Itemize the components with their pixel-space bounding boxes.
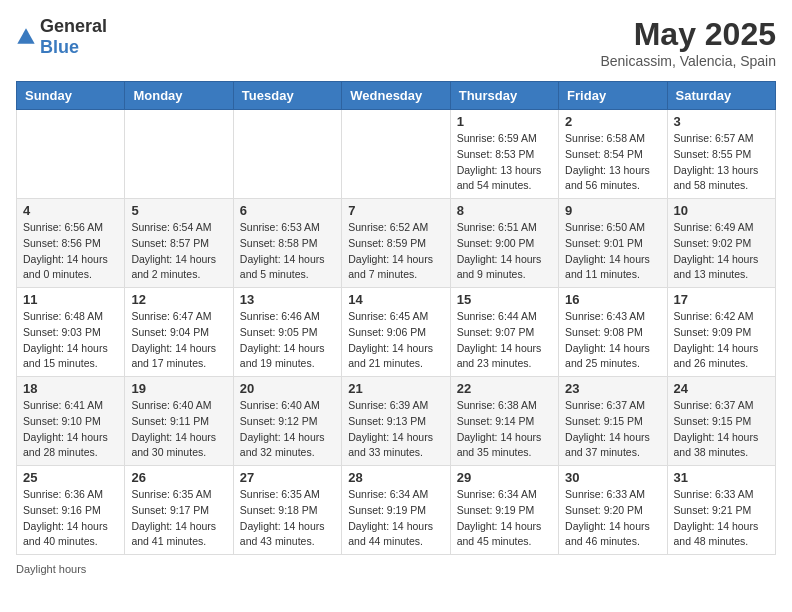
day-info: Sunrise: 6:45 AMSunset: 9:06 PMDaylight:… <box>348 309 443 372</box>
daylight-label: Daylight: 14 hours and 9 minutes. <box>457 253 542 281</box>
calendar-cell: 30Sunrise: 6:33 AMSunset: 9:20 PMDayligh… <box>559 466 667 555</box>
calendar-day-header: Thursday <box>450 82 558 110</box>
daylight-label: Daylight: 14 hours and 44 minutes. <box>348 520 433 548</box>
sunset-label: Sunset: 8:59 PM <box>348 237 426 249</box>
calendar-cell: 16Sunrise: 6:43 AMSunset: 9:08 PMDayligh… <box>559 288 667 377</box>
day-number: 3 <box>674 114 769 129</box>
sunset-label: Sunset: 9:13 PM <box>348 415 426 427</box>
daylight-label: Daylight: 14 hours and 17 minutes. <box>131 342 216 370</box>
calendar-cell: 13Sunrise: 6:46 AMSunset: 9:05 PMDayligh… <box>233 288 341 377</box>
daylight-label: Daylight: 14 hours and 2 minutes. <box>131 253 216 281</box>
sunrise-label: Sunrise: 6:36 AM <box>23 488 103 500</box>
day-number: 24 <box>674 381 769 396</box>
sunrise-label: Sunrise: 6:51 AM <box>457 221 537 233</box>
calendar-cell: 14Sunrise: 6:45 AMSunset: 9:06 PMDayligh… <box>342 288 450 377</box>
calendar-cell: 28Sunrise: 6:34 AMSunset: 9:19 PMDayligh… <box>342 466 450 555</box>
day-number: 22 <box>457 381 552 396</box>
daylight-label: Daylight: 14 hours and 26 minutes. <box>674 342 759 370</box>
day-info: Sunrise: 6:37 AMSunset: 9:15 PMDaylight:… <box>565 398 660 461</box>
calendar-cell: 31Sunrise: 6:33 AMSunset: 9:21 PMDayligh… <box>667 466 775 555</box>
day-info: Sunrise: 6:33 AMSunset: 9:21 PMDaylight:… <box>674 487 769 550</box>
day-info: Sunrise: 6:41 AMSunset: 9:10 PMDaylight:… <box>23 398 118 461</box>
calendar-cell: 12Sunrise: 6:47 AMSunset: 9:04 PMDayligh… <box>125 288 233 377</box>
calendar-week-row: 1Sunrise: 6:59 AMSunset: 8:53 PMDaylight… <box>17 110 776 199</box>
sunset-label: Sunset: 9:10 PM <box>23 415 101 427</box>
day-number: 20 <box>240 381 335 396</box>
daylight-label: Daylight: 14 hours and 5 minutes. <box>240 253 325 281</box>
sunset-label: Sunset: 9:15 PM <box>674 415 752 427</box>
sunrise-label: Sunrise: 6:58 AM <box>565 132 645 144</box>
daylight-label: Daylight: 14 hours and 43 minutes. <box>240 520 325 548</box>
calendar-cell: 6Sunrise: 6:53 AMSunset: 8:58 PMDaylight… <box>233 199 341 288</box>
daylight-label: Daylight: 14 hours and 48 minutes. <box>674 520 759 548</box>
day-number: 30 <box>565 470 660 485</box>
calendar-cell <box>342 110 450 199</box>
day-number: 8 <box>457 203 552 218</box>
calendar-week-row: 11Sunrise: 6:48 AMSunset: 9:03 PMDayligh… <box>17 288 776 377</box>
daylight-label: Daylight: 14 hours and 11 minutes. <box>565 253 650 281</box>
calendar-week-row: 4Sunrise: 6:56 AMSunset: 8:56 PMDaylight… <box>17 199 776 288</box>
day-info: Sunrise: 6:53 AMSunset: 8:58 PMDaylight:… <box>240 220 335 283</box>
calendar-cell: 18Sunrise: 6:41 AMSunset: 9:10 PMDayligh… <box>17 377 125 466</box>
day-number: 5 <box>131 203 226 218</box>
day-info: Sunrise: 6:54 AMSunset: 8:57 PMDaylight:… <box>131 220 226 283</box>
sunset-label: Sunset: 9:19 PM <box>348 504 426 516</box>
sunrise-label: Sunrise: 6:49 AM <box>674 221 754 233</box>
day-number: 13 <box>240 292 335 307</box>
daylight-label: Daylight: 14 hours and 28 minutes. <box>23 431 108 459</box>
day-number: 14 <box>348 292 443 307</box>
sunrise-label: Sunrise: 6:38 AM <box>457 399 537 411</box>
calendar-week-row: 18Sunrise: 6:41 AMSunset: 9:10 PMDayligh… <box>17 377 776 466</box>
day-number: 7 <box>348 203 443 218</box>
calendar-cell: 7Sunrise: 6:52 AMSunset: 8:59 PMDaylight… <box>342 199 450 288</box>
calendar-day-header: Saturday <box>667 82 775 110</box>
day-number: 16 <box>565 292 660 307</box>
calendar-cell: 29Sunrise: 6:34 AMSunset: 9:19 PMDayligh… <box>450 466 558 555</box>
daylight-label: Daylight: 14 hours and 13 minutes. <box>674 253 759 281</box>
day-number: 26 <box>131 470 226 485</box>
day-number: 21 <box>348 381 443 396</box>
day-info: Sunrise: 6:52 AMSunset: 8:59 PMDaylight:… <box>348 220 443 283</box>
day-info: Sunrise: 6:48 AMSunset: 9:03 PMDaylight:… <box>23 309 118 372</box>
sunset-label: Sunset: 9:09 PM <box>674 326 752 338</box>
calendar-cell: 9Sunrise: 6:50 AMSunset: 9:01 PMDaylight… <box>559 199 667 288</box>
daylight-label: Daylight: 14 hours and 35 minutes. <box>457 431 542 459</box>
sunrise-label: Sunrise: 6:41 AM <box>23 399 103 411</box>
day-info: Sunrise: 6:34 AMSunset: 9:19 PMDaylight:… <box>348 487 443 550</box>
sunrise-label: Sunrise: 6:44 AM <box>457 310 537 322</box>
sunrise-label: Sunrise: 6:43 AM <box>565 310 645 322</box>
day-info: Sunrise: 6:35 AMSunset: 9:18 PMDaylight:… <box>240 487 335 550</box>
footer-note: Daylight hours <box>16 563 776 575</box>
sunset-label: Sunset: 8:55 PM <box>674 148 752 160</box>
day-info: Sunrise: 6:47 AMSunset: 9:04 PMDaylight:… <box>131 309 226 372</box>
sunset-label: Sunset: 9:15 PM <box>565 415 643 427</box>
daylight-label: Daylight: 14 hours and 33 minutes. <box>348 431 433 459</box>
logo-blue: Blue <box>40 37 79 57</box>
calendar-cell: 1Sunrise: 6:59 AMSunset: 8:53 PMDaylight… <box>450 110 558 199</box>
day-number: 1 <box>457 114 552 129</box>
calendar-cell: 8Sunrise: 6:51 AMSunset: 9:00 PMDaylight… <box>450 199 558 288</box>
sunrise-label: Sunrise: 6:52 AM <box>348 221 428 233</box>
sunset-label: Sunset: 9:07 PM <box>457 326 535 338</box>
sunrise-label: Sunrise: 6:59 AM <box>457 132 537 144</box>
day-info: Sunrise: 6:50 AMSunset: 9:01 PMDaylight:… <box>565 220 660 283</box>
day-number: 29 <box>457 470 552 485</box>
sunset-label: Sunset: 9:16 PM <box>23 504 101 516</box>
sunset-label: Sunset: 9:04 PM <box>131 326 209 338</box>
calendar-header-row: SundayMondayTuesdayWednesdayThursdayFrid… <box>17 82 776 110</box>
sunset-label: Sunset: 9:00 PM <box>457 237 535 249</box>
sunset-label: Sunset: 8:54 PM <box>565 148 643 160</box>
day-number: 4 <box>23 203 118 218</box>
day-number: 10 <box>674 203 769 218</box>
day-info: Sunrise: 6:36 AMSunset: 9:16 PMDaylight:… <box>23 487 118 550</box>
sunrise-label: Sunrise: 6:37 AM <box>565 399 645 411</box>
day-number: 6 <box>240 203 335 218</box>
sunrise-label: Sunrise: 6:33 AM <box>565 488 645 500</box>
day-number: 9 <box>565 203 660 218</box>
sunrise-label: Sunrise: 6:50 AM <box>565 221 645 233</box>
calendar-cell: 11Sunrise: 6:48 AMSunset: 9:03 PMDayligh… <box>17 288 125 377</box>
day-info: Sunrise: 6:57 AMSunset: 8:55 PMDaylight:… <box>674 131 769 194</box>
day-info: Sunrise: 6:33 AMSunset: 9:20 PMDaylight:… <box>565 487 660 550</box>
sunset-label: Sunset: 9:11 PM <box>131 415 209 427</box>
calendar-cell: 4Sunrise: 6:56 AMSunset: 8:56 PMDaylight… <box>17 199 125 288</box>
